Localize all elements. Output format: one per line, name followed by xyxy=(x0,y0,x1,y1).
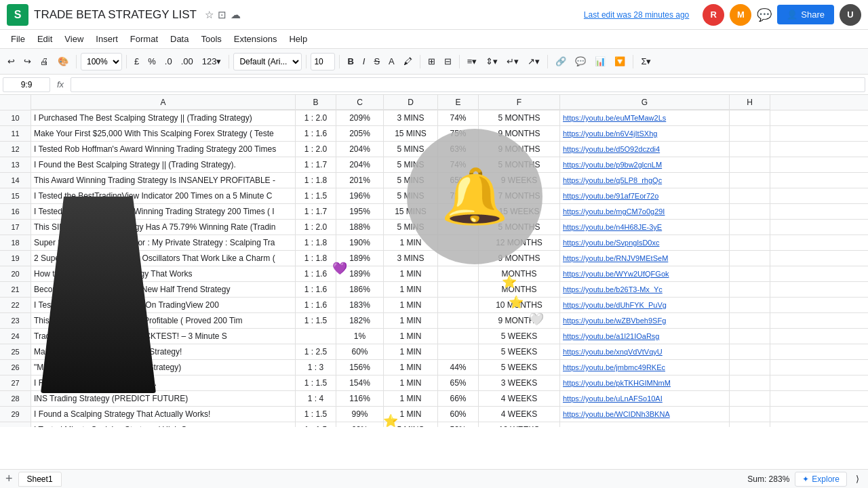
table-row[interactable]: 20 How to Trade | Trading Strategy That … xyxy=(0,266,868,282)
cell-reference-input[interactable] xyxy=(3,77,50,92)
insert-comment-button[interactable]: 💬 xyxy=(572,54,589,68)
comment-icon[interactable]: 💬 xyxy=(757,7,772,22)
cell-a[interactable]: 2 Super SMART TradingView Oscillators Th… xyxy=(31,251,296,266)
table-row[interactable]: 23 This New Strategy Is Insanely Profita… xyxy=(0,313,868,329)
col-header-G[interactable]: G xyxy=(560,95,730,110)
cell-g[interactable]: https://youtu.be/SvpnglsD0xc xyxy=(560,235,730,250)
cell-c[interactable]: 204% xyxy=(336,157,384,172)
formula-input[interactable]: I'm a Millionaire Trader - Here's My Sim… xyxy=(71,77,865,92)
valign-button[interactable]: ⇕▾ xyxy=(482,54,501,68)
cell-f[interactable]: 9 WEEKS xyxy=(479,173,560,188)
cell-b[interactable]: 1 : 2.0 xyxy=(296,220,336,235)
cell-a[interactable]: INS Trading Strategy (PREDICT FUTURE) xyxy=(31,391,296,406)
cell-c[interactable]: 186% xyxy=(336,282,384,297)
cell-g[interactable]: https://youtu.be/n4H68JE-3yE xyxy=(560,220,730,235)
table-row[interactable]: 14 This Award Winning Trading Strategy I… xyxy=(0,173,868,188)
table-row[interactable]: 19 2 Super SMART TradingView Oscillators… xyxy=(0,251,868,266)
table-row[interactable]: 30 I Tested Minute Scalping Strategy ( H… xyxy=(0,422,868,427)
drive-icon[interactable]: ⊡ xyxy=(218,9,226,21)
cell-f[interactable]: 5 MONTHS xyxy=(479,220,560,235)
cell-c[interactable]: 99% xyxy=(336,407,384,422)
cell-d[interactable]: 1 MIN xyxy=(384,235,438,250)
table-row[interactable]: 22 I Tested The Buy Sell Strategy On Tra… xyxy=(0,298,868,313)
bold-button[interactable]: B xyxy=(344,54,357,68)
more-formats-button[interactable]: 123▾ xyxy=(199,54,225,68)
cell-a[interactable]: Become P TANTLY With This New Half Trend… xyxy=(31,282,296,297)
col-header-H[interactable]: H xyxy=(730,95,770,110)
table-row[interactable]: 16 I Tested Lazy Bear's Award Winning Tr… xyxy=(0,204,868,220)
menu-item-edit[interactable]: Edit xyxy=(32,32,58,46)
cell-f[interactable]: MONTHS xyxy=(479,266,560,281)
cell-c[interactable]: 205% xyxy=(336,126,384,141)
cell-d[interactable]: 1 MIN xyxy=(384,360,438,375)
cell-f[interactable]: 9 MONTHS xyxy=(479,251,560,266)
cell-b[interactable]: 1 : 3 xyxy=(296,360,336,375)
cell-f[interactable]: 5 MONTHS xyxy=(479,157,560,172)
table-row[interactable]: 21 Become P TANTLY With This New Half Tr… xyxy=(0,282,868,298)
cell-b[interactable]: 1 : 1.5 xyxy=(296,422,336,427)
cell-g[interactable]: https://youtu.be/jmbmc49RKEc xyxy=(560,360,730,375)
cell-c[interactable]: 190% xyxy=(336,235,384,250)
cell-d[interactable]: 1 MIN xyxy=(384,344,438,359)
cell-c[interactable]: 1% xyxy=(336,329,384,344)
cell-a[interactable]: I Tested Rob Hoffman's Award Winning Tra… xyxy=(31,142,296,157)
cell-g[interactable]: https://youtu.be/91af7Eor72o xyxy=(560,188,730,203)
cell-e[interactable]: 44% xyxy=(438,360,479,375)
cell-c[interactable]: 188% xyxy=(336,220,384,235)
cell-d[interactable]: 1 MIN xyxy=(384,313,438,328)
cell-f[interactable]: 10 MONTHS xyxy=(479,298,560,312)
cell-d[interactable]: 5 MINS xyxy=(384,157,438,172)
cell-g[interactable]: https://youtu.be/pkTKHGIMNmM xyxy=(560,375,730,390)
cell-c[interactable]: 196% xyxy=(336,188,384,203)
menu-item-insert[interactable]: Insert xyxy=(90,32,123,46)
cell-b[interactable]: 1 : 1.6 xyxy=(296,266,336,281)
cell-e[interactable] xyxy=(438,282,479,297)
cell-g[interactable]: https://youtu.be/d5O92dczdi4 xyxy=(560,142,730,157)
col-header-D[interactable]: D xyxy=(384,95,438,110)
cell-b[interactable]: 1 : 1.8 xyxy=(296,173,336,188)
cell-c[interactable]: 209% xyxy=(336,110,384,125)
collapse-panel-button[interactable]: ⟩ xyxy=(852,472,863,486)
wrap-button[interactable]: ↵▾ xyxy=(503,54,522,68)
cell-b[interactable]: 1 : 2.0 xyxy=(296,110,336,125)
cell-b[interactable]: 1 : 1.5 xyxy=(296,313,336,328)
align-button[interactable]: ≡▾ xyxy=(464,54,481,68)
zoom-select[interactable]: 100% 75% 50% 150% xyxy=(81,53,122,70)
cell-b[interactable]: 1 : 1.6 xyxy=(296,282,336,297)
cell-c[interactable]: 189% xyxy=(336,251,384,266)
menu-item-data[interactable]: Data xyxy=(165,32,194,46)
paint-format-button[interactable]: 🎨 xyxy=(54,54,72,68)
cell-g[interactable]: https://youtu.be/euMTeMaw2Ls xyxy=(560,110,730,125)
cell-a[interactable]: I Tested Lazy Bear's Award Winning Tradi… xyxy=(31,204,296,219)
table-row[interactable]: 15 I Tested the BestTradingView Indicato… xyxy=(0,188,868,204)
borders-button[interactable]: ⊞ xyxy=(425,54,439,68)
col-header-B[interactable]: B xyxy=(296,95,336,110)
print-button[interactable]: 🖨 xyxy=(37,54,52,68)
italic-button[interactable]: I xyxy=(359,54,369,68)
cell-g[interactable]: https://youtu.be/xnqVdVtVqyU xyxy=(560,344,730,359)
cell-g[interactable]: https://youtu.be/uLnAFSo10AI xyxy=(560,391,730,406)
table-row[interactable]: 25 Ma Week With Moving Average Strategy!… xyxy=(0,344,868,360)
cell-b[interactable]: 1 : 2.5 xyxy=(296,344,336,359)
cell-f[interactable]: 15 WEEKS xyxy=(479,204,560,219)
cell-c[interactable]: 62% xyxy=(336,422,384,427)
cell-c[interactable]: 182% xyxy=(336,313,384,328)
cell-g[interactable]: https://youtu.be/q5LP8_rhgQc xyxy=(560,173,730,188)
cell-a[interactable]: "Minute" SCALPING. (Scalping Strategy) xyxy=(31,360,296,375)
cell-f[interactable]: 10 WEEKS xyxy=(479,422,560,427)
cell-f[interactable]: 9 MONTHS xyxy=(479,142,560,157)
cell-e[interactable] xyxy=(438,235,479,250)
cell-b[interactable]: 1 : 1.8 xyxy=(296,251,336,266)
cell-b[interactable]: 1 : 1.5 xyxy=(296,375,336,390)
cell-c[interactable]: 60% xyxy=(336,344,384,359)
cell-c[interactable]: 154% xyxy=(336,375,384,390)
cell-g[interactable]: https://youtu.be/dUhFYK_PuVg xyxy=(560,298,730,312)
cell-g[interactable]: https://youtu.be/n6V4jItSXhg xyxy=(560,126,730,141)
cell-d[interactable]: 5 MINS xyxy=(384,188,438,203)
cell-d[interactable]: 1 MIN xyxy=(384,298,438,312)
cell-f[interactable]: 5 WEEKS xyxy=(479,360,560,375)
cell-e[interactable]: 60% xyxy=(438,407,479,422)
cell-e[interactable]: 72% xyxy=(438,188,479,203)
cell-a[interactable]: I Tested The Buy Sell Strategy On Tradin… xyxy=(31,298,296,312)
cell-f[interactable]: MONTHS xyxy=(479,282,560,297)
